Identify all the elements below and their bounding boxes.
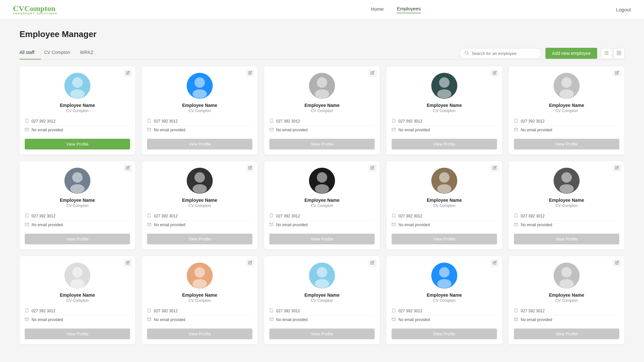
edit-button[interactable] [368,259,377,267]
tab-cv-compton[interactable]: CV Compton [44,47,77,59]
employee-name: Employee Name [427,198,462,203]
employee-name: Employee Name [549,198,584,203]
view-profile-button[interactable]: View Profile [269,139,375,149]
tab-wrkz[interactable]: WRKZ [80,47,100,59]
add-employee-button[interactable]: Add new employee [545,48,597,59]
edit-button[interactable] [490,164,499,172]
tabs-actions: Add new employee [460,48,624,59]
tab-all-staff[interactable]: All staff [20,47,41,59]
grid-view-button[interactable] [613,48,624,59]
nav-employees[interactable]: Employees [397,6,421,13]
phone-value: 027 392 3012 [154,119,178,123]
nav-logout[interactable]: Logout [616,7,631,12]
svg-point-55 [559,184,574,193]
avatar [187,73,213,99]
edit-button[interactable] [490,259,499,267]
edit-button[interactable] [246,259,254,267]
view-profile-button[interactable]: View Profile [514,139,619,149]
view-profile-button[interactable]: View Profile [269,329,375,339]
email-icon [25,222,29,227]
email-value: No email provided [521,317,552,322]
phone-row: 027 392 3012 [269,307,375,316]
email-value: No email provided [276,317,308,322]
tabs-toolbar: All staff CV Compton WRKZ Add new employ… [20,47,624,60]
edit-button[interactable] [613,70,621,77]
email-row: No email provided [25,221,130,229]
svg-line-1 [468,54,469,55]
main-content: Employee Manager All staff CV Compton WR… [0,19,644,354]
nav-home[interactable]: Home [371,6,384,13]
email-value: No email provided [276,223,308,227]
edit-button[interactable] [613,259,621,267]
svg-point-64 [195,267,205,278]
email-row: No email provided [514,316,619,324]
avatar [554,73,580,99]
search-input[interactable] [472,51,537,56]
email-value: No email provided [398,223,430,227]
avatar [554,168,580,194]
view-profile-button[interactable]: View Profile [25,329,130,339]
view-profile-button[interactable]: View Profile [25,139,130,149]
email-icon [147,222,151,227]
view-profile-button[interactable]: View Profile [392,329,497,339]
email-value: No email provided [398,317,430,322]
phone-icon [514,213,518,219]
employee-info: 027 392 3012 No email provided [392,212,497,229]
edit-button[interactable] [613,164,621,172]
list-view-button[interactable] [601,48,612,59]
svg-point-44 [317,172,327,183]
svg-point-10 [70,89,85,98]
email-icon [269,127,274,133]
employee-card: Employee Name CV Compton 027 392 3012 [142,66,258,155]
phone-value: 027 392 3012 [32,214,55,218]
svg-point-50 [437,184,451,193]
view-profile-button[interactable]: View Profile [147,329,252,339]
edit-button[interactable] [124,70,132,77]
employee-info: 027 392 3012 No email provided [25,212,130,229]
phone-icon [514,119,518,124]
email-value: No email provided [32,317,63,322]
edit-button[interactable] [246,164,254,172]
view-profile-button[interactable]: View Profile [514,234,619,244]
view-profile-button[interactable]: View Profile [25,234,130,244]
edit-button[interactable] [124,164,132,172]
svg-point-25 [437,89,451,98]
view-profile-button[interactable]: View Profile [147,139,252,149]
edit-button[interactable] [368,70,377,77]
email-row: No email provided [514,221,619,229]
employee-name: Employee Name [549,292,584,298]
phone-icon [514,308,518,314]
employee-card: Employee Name CV Compton 027 392 3012 [509,256,624,344]
view-profile-button[interactable]: View Profile [269,234,375,244]
view-profile-button[interactable]: View Profile [392,234,497,244]
phone-icon [147,308,151,314]
avatar [64,73,90,99]
phone-row: 027 392 3012 [25,117,130,126]
edit-button[interactable] [490,70,499,77]
svg-point-69 [317,267,327,278]
phone-value: 027 392 3012 [276,309,300,313]
view-profile-button[interactable]: View Profile [147,234,252,244]
svg-point-34 [72,172,83,183]
phone-icon [269,213,274,219]
view-profile-button[interactable]: View Profile [514,329,619,339]
employee-company: CV Compton [556,109,578,113]
phone-row: 027 392 3012 [514,117,619,126]
search-icon [464,50,469,56]
avatar [187,168,213,194]
view-profile-button[interactable]: View Profile [392,139,497,149]
svg-point-39 [195,172,205,183]
svg-rect-7 [617,53,619,55]
employee-company: CV Compton [66,109,89,113]
employee-info: 027 392 3012 No email provided [147,307,252,324]
employee-company: CV Compton [189,298,211,303]
edit-button[interactable] [246,70,254,77]
email-icon [392,222,396,227]
edit-button[interactable] [368,164,377,172]
email-row: No email provided [392,316,497,324]
employee-company: CV Compton [66,298,89,303]
edit-button[interactable] [124,259,132,267]
phone-row: 027 392 3012 [514,212,619,221]
employee-info: 027 392 3012 No email provided [514,117,619,134]
email-value: No email provided [276,128,308,132]
